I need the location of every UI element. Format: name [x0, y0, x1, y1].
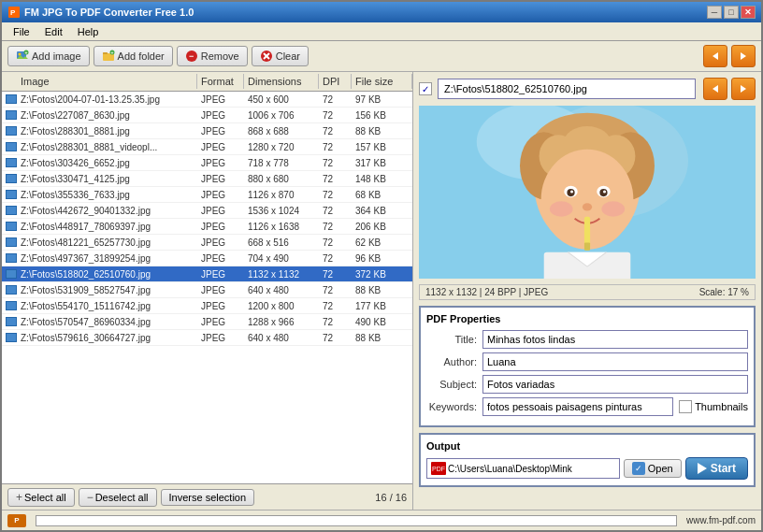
output-section: Output PDF C:\Users\Luana\Desktop\Mink ✓… — [419, 433, 756, 487]
title-input[interactable] — [482, 330, 748, 349]
keywords-input[interactable] — [482, 397, 673, 416]
table-row[interactable]: Z:\Fotos\288301_8881.jpg JPEG 868 x 688 … — [2, 123, 412, 139]
close-button[interactable]: ✕ — [741, 6, 756, 19]
table-row[interactable]: Z:\Fotos\570547_86960334.jpg JPEG 1288 x… — [2, 314, 412, 330]
col-filesize-header[interactable]: File size — [352, 74, 412, 89]
file-dpi: 72 — [319, 173, 352, 185]
file-dimensions: 1536 x 1024 — [244, 205, 319, 217]
add-folder-button[interactable]: + Add folder — [94, 46, 173, 66]
file-dpi: 72 — [319, 205, 352, 217]
inverse-selection-button[interactable]: Inverse selection — [161, 489, 255, 506]
table-row[interactable]: Z:\Fotos\330471_4125.jpg JPEG 880 x 680 … — [2, 171, 412, 187]
preview-next-button[interactable] — [731, 78, 756, 100]
table-row[interactable]: Z:\Fotos\531909_58527547.jpg JPEG 640 x … — [2, 282, 412, 298]
file-size: 97 KB — [352, 93, 412, 106]
file-icon — [4, 124, 19, 137]
subject-input[interactable] — [482, 375, 748, 394]
menu-file[interactable]: File — [6, 24, 37, 39]
menu-help[interactable]: Help — [70, 24, 107, 39]
thumbnails-checkbox[interactable] — [679, 400, 692, 413]
file-name: Z:\Fotos\330471_4125.jpg — [19, 173, 197, 185]
file-dpi: 72 — [319, 237, 352, 249]
remove-button[interactable]: − Remove — [177, 46, 248, 66]
author-input[interactable] — [482, 352, 748, 371]
prev-button[interactable] — [703, 45, 727, 67]
progress-bar — [36, 515, 677, 526]
left-panel: Image Format Dimensions DPI File size Z:… — [2, 72, 413, 510]
file-size: 96 KB — [352, 252, 412, 265]
table-row[interactable]: Z:\Fotos\2004-07-01-13.25.35.jpg JPEG 45… — [2, 92, 412, 108]
file-size: 490 KB — [352, 316, 412, 328]
col-format-header[interactable]: Format — [197, 74, 244, 89]
table-row[interactable]: Z:\Fotos\355336_7633.jpg JPEG 1126 x 870… — [2, 187, 412, 203]
subject-row: Subject: — [426, 375, 748, 394]
file-size: 372 KB — [352, 268, 412, 280]
table-row[interactable]: Z:\Fotos\554170_15116742.jpg JPEG 1200 x… — [2, 298, 412, 314]
output-path-text: C:\Users\Luana\Desktop\Mink — [448, 464, 572, 474]
select-all-button[interactable]: + Select all — [7, 488, 75, 507]
file-size: 68 KB — [352, 189, 412, 201]
file-dpi: 72 — [319, 300, 352, 312]
file-format: JPEG — [197, 221, 244, 233]
table-row[interactable]: Z:\Fotos\518802_62510760.jpg JPEG 1132 x… — [2, 266, 412, 282]
menu-edit[interactable]: Edit — [37, 24, 70, 39]
file-dpi: 72 — [319, 93, 352, 106]
pdf-file-icon: PDF — [431, 462, 446, 475]
pdf-properties-panel: PDF Properties Title: Author: Subject: K… — [419, 306, 756, 427]
file-size: 157 KB — [352, 141, 412, 153]
file-format: JPEG — [197, 300, 244, 312]
table-row[interactable]: Z:\Fotos\579616_30664727.jpg JPEG 640 x … — [2, 330, 412, 346]
file-list[interactable]: Z:\Fotos\2004-07-01-13.25.35.jpg JPEG 45… — [2, 92, 412, 483]
window-title: FM JPG To PDF Converter Free 1.0 — [24, 7, 707, 18]
file-name: Z:\Fotos\531909_58527547.jpg — [19, 284, 197, 296]
preview-path: Z:\Fotos\518802_62510760.jpg — [438, 79, 696, 99]
file-format: JPEG — [197, 125, 244, 137]
table-row[interactable]: Z:\Fotos\288301_8881_videopl... JPEG 128… — [2, 139, 412, 155]
file-dimensions: 1200 x 800 — [244, 300, 319, 312]
open-button[interactable]: ✓ Open — [624, 459, 682, 478]
start-button[interactable]: Start — [685, 457, 748, 480]
deselect-all-label: Deselect all — [95, 492, 149, 503]
file-size: 364 KB — [352, 205, 412, 217]
inverse-selection-label: Inverse selection — [169, 492, 247, 503]
file-format: JPEG — [197, 141, 244, 153]
table-row[interactable]: Z:\Fotos\481221_65257730.jpg JPEG 668 x … — [2, 235, 412, 251]
file-format: JPEG — [197, 284, 244, 296]
menu-bar: File Edit Help — [2, 22, 761, 41]
main-window: P FM JPG To PDF Converter Free 1.0 ─ □ ✕… — [0, 0, 763, 532]
table-row[interactable]: Z:\Fotos\442672_90401332.jpg JPEG 1536 x… — [2, 203, 412, 219]
table-row[interactable]: Z:\Fotos\227087_8630.jpg JPEG 1006 x 706… — [2, 108, 412, 123]
file-format: JPEG — [197, 173, 244, 185]
col-image-header[interactable]: Image — [17, 74, 197, 89]
next-button[interactable] — [731, 45, 756, 67]
preview-info: 1132 x 1132 | 24 BPP | JPEG Scale: 17 % — [419, 284, 756, 300]
table-row[interactable]: Z:\Fotos\497367_31899254.jpg JPEG 704 x … — [2, 251, 412, 266]
svg-point-37 — [583, 203, 592, 210]
keywords-label: Keywords: — [426, 401, 482, 412]
file-format: JPEG — [197, 332, 244, 344]
preview-prev-button[interactable] — [703, 78, 727, 100]
col-dimensions-header[interactable]: Dimensions — [244, 74, 319, 89]
preview-header: ✓ Z:\Fotos\518802_62510760.jpg — [419, 78, 756, 100]
file-name: Z:\Fotos\288301_8881_videopl... — [19, 141, 197, 153]
file-dimensions: 668 x 516 — [244, 237, 319, 249]
add-image-button[interactable]: + Add image — [7, 46, 90, 66]
maximize-button[interactable]: □ — [724, 6, 739, 19]
file-format: JPEG — [197, 268, 244, 280]
file-size: 62 KB — [352, 237, 412, 249]
table-row[interactable]: Z:\Fotos\303426_6652.jpg JPEG 718 x 778 … — [2, 155, 412, 171]
file-dimensions: 640 x 480 — [244, 332, 319, 344]
file-format: JPEG — [197, 316, 244, 328]
file-icon — [4, 156, 19, 169]
file-name: Z:\Fotos\355336_7633.jpg — [19, 189, 197, 201]
minimize-button[interactable]: ─ — [707, 6, 722, 19]
table-row[interactable]: Z:\Fotos\448917_78069397.jpg JPEG 1126 x… — [2, 219, 412, 235]
add-image-icon: + — [16, 50, 29, 63]
deselect-all-button[interactable]: − Deselect all — [79, 488, 157, 507]
svg-rect-39 — [584, 243, 590, 251]
preview-checkbox[interactable]: ✓ — [419, 82, 432, 95]
col-dpi-header[interactable]: DPI — [319, 74, 352, 89]
file-name: Z:\Fotos\518802_62510760.jpg — [19, 268, 197, 280]
clear-button[interactable]: Clear — [252, 46, 309, 66]
file-name: Z:\Fotos\570547_86960334.jpg — [19, 316, 197, 328]
